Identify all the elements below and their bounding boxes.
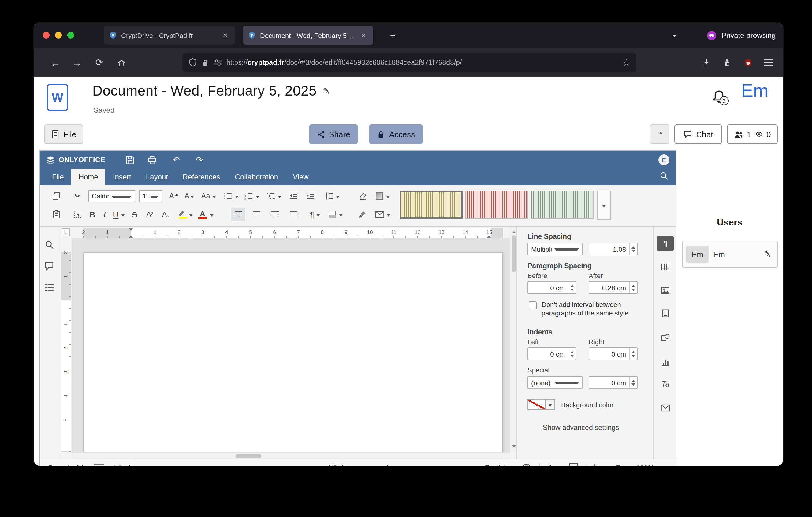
menu-tab-references[interactable]: References xyxy=(175,169,228,185)
word-count-icon[interactable]: 123 xyxy=(94,463,104,466)
minimize-window-button[interactable] xyxy=(55,32,62,38)
chat-button[interactable]: Chat xyxy=(674,124,722,144)
document-page[interactable] xyxy=(83,252,503,452)
table-settings-tab[interactable] xyxy=(657,259,674,274)
align-left-button[interactable] xyxy=(231,208,245,221)
navigation-headings-icon[interactable] xyxy=(45,283,54,292)
font-size-select[interactable]: 11 xyxy=(139,190,162,202)
language-selector[interactable]: English xyxy=(485,464,514,466)
edit-user-icon[interactable]: ✎ xyxy=(764,249,771,259)
user-chip[interactable]: Em xyxy=(686,246,709,263)
bullet-list-button[interactable] xyxy=(222,189,239,203)
vertical-scroll-thumb[interactable] xyxy=(511,235,516,272)
document-canvas[interactable] xyxy=(71,238,510,452)
cut-button[interactable]: ✂ xyxy=(71,189,84,203)
align-center-button[interactable] xyxy=(249,208,264,221)
scroll-down-arrow[interactable] xyxy=(512,445,516,450)
bold-button[interactable]: B xyxy=(86,208,98,221)
spinner-arrows[interactable] xyxy=(629,348,637,360)
increase-font-button[interactable]: A xyxy=(167,189,180,203)
collapse-toolbar-button[interactable] xyxy=(650,124,669,144)
style-preview-2[interactable] xyxy=(465,191,528,219)
url-bar[interactable]: https://cryptpad.fr/doc/#/3/doc/edit/ff0… xyxy=(182,53,636,72)
paragraph-color-button[interactable] xyxy=(373,189,392,203)
mail-merge-button[interactable] xyxy=(373,208,392,221)
menu-tab-insert[interactable]: Insert xyxy=(106,169,139,185)
editor-search-button[interactable] xyxy=(660,171,668,180)
menu-tab-view[interactable]: View xyxy=(286,169,316,185)
horizontal-scrollbar[interactable] xyxy=(71,452,510,459)
app-menu-button[interactable] xyxy=(761,55,777,71)
indent-right-spinner[interactable]: 0 cm xyxy=(589,347,638,360)
tab-close-icon[interactable]: × xyxy=(220,30,230,40)
style-gallery-expand-button[interactable] xyxy=(597,191,611,220)
horizontal-scroll-thumb[interactable] xyxy=(236,454,261,458)
change-case-button[interactable]: Aa xyxy=(199,189,219,203)
highlight-color-button[interactable] xyxy=(176,208,194,221)
new-tab-button[interactable]: + xyxy=(384,26,402,45)
style-preview-1[interactable] xyxy=(400,191,463,219)
special-select[interactable]: (none) xyxy=(527,376,583,389)
spinner-arrows[interactable] xyxy=(568,282,576,293)
strikethrough-button[interactable]: S xyxy=(129,208,140,221)
paste-button[interactable] xyxy=(50,208,63,221)
ublock-button[interactable] xyxy=(740,55,756,71)
spin-down-icon[interactable] xyxy=(632,288,635,291)
numbered-list-button[interactable]: 123 xyxy=(243,189,260,203)
downloads-button[interactable] xyxy=(698,55,714,71)
word-count-label[interactable]: Word count xyxy=(114,464,150,466)
reload-button[interactable]: ⟳ xyxy=(91,55,107,71)
close-window-button[interactable] xyxy=(43,32,50,38)
maximize-window-button[interactable] xyxy=(67,32,74,38)
italic-button[interactable]: I xyxy=(100,208,110,221)
menu-tab-file[interactable]: File xyxy=(45,169,71,185)
copy-button[interactable] xyxy=(50,189,63,203)
share-button[interactable]: Share xyxy=(309,124,358,144)
align-right-button[interactable] xyxy=(267,208,282,221)
spin-up-icon[interactable] xyxy=(632,246,635,248)
comments-icon[interactable] xyxy=(45,262,54,271)
right-indent-marker[interactable] xyxy=(487,233,491,238)
spinner-arrows[interactable] xyxy=(629,377,637,388)
list-tabs-button[interactable] xyxy=(664,26,682,45)
textart-settings-tab[interactable]: Ta xyxy=(657,376,674,391)
zoom-in-button[interactable]: + xyxy=(662,463,667,466)
spin-down-icon[interactable] xyxy=(632,250,635,252)
forward-button[interactable]: → xyxy=(69,55,85,71)
decrease-font-button[interactable]: A xyxy=(182,189,196,203)
header-footer-settings-tab[interactable] xyxy=(657,306,674,321)
spin-down-icon[interactable] xyxy=(570,288,574,291)
indent-left-spinner[interactable]: 0 cm xyxy=(527,347,576,360)
tab-close-icon[interactable]: × xyxy=(358,30,368,40)
find-icon[interactable] xyxy=(45,240,54,249)
print-button[interactable] xyxy=(145,154,158,166)
line-spacing-amount[interactable]: 1.08 xyxy=(589,243,638,255)
edit-title-icon[interactable]: ✎ xyxy=(323,86,330,96)
menu-tab-layout[interactable]: Layout xyxy=(139,169,175,185)
spin-down-icon[interactable] xyxy=(632,383,635,386)
same-style-checkbox[interactable] xyxy=(529,301,536,309)
spin-up-icon[interactable] xyxy=(632,351,635,353)
account-avatar[interactable]: Em xyxy=(741,80,768,101)
tab-document[interactable]: Document - Wed, February 5, 2025 × xyxy=(243,26,373,45)
background-color-swatch[interactable] xyxy=(527,399,546,410)
zoom-level-label[interactable]: Zoom 100% xyxy=(616,464,654,466)
spacing-before-spinner[interactable]: 0 cm xyxy=(527,281,576,294)
home-button[interactable] xyxy=(113,55,129,71)
presence-box[interactable]: 1 0 xyxy=(727,124,778,144)
undo-button[interactable]: ↶ xyxy=(170,154,183,166)
spinner-arrows[interactable] xyxy=(629,243,637,255)
scroll-up-arrow[interactable] xyxy=(512,229,516,234)
paragraph-settings-tab[interactable]: ¶ xyxy=(657,236,674,251)
spacing-after-spinner[interactable]: 0.28 cm xyxy=(589,281,638,294)
spin-up-icon[interactable] xyxy=(570,284,574,287)
notifications-button[interactable]: 2 xyxy=(712,89,729,107)
spinner-arrows[interactable] xyxy=(629,282,637,293)
image-settings-tab[interactable] xyxy=(657,282,674,298)
line-spacing-button[interactable] xyxy=(322,189,341,203)
set-language-globe-icon[interactable] xyxy=(522,463,531,466)
file-menu-button[interactable]: File xyxy=(44,124,83,144)
special-amount-spinner[interactable]: 0 cm xyxy=(589,376,638,389)
copy-style-button[interactable] xyxy=(355,208,369,221)
back-button[interactable]: ← xyxy=(47,55,63,71)
